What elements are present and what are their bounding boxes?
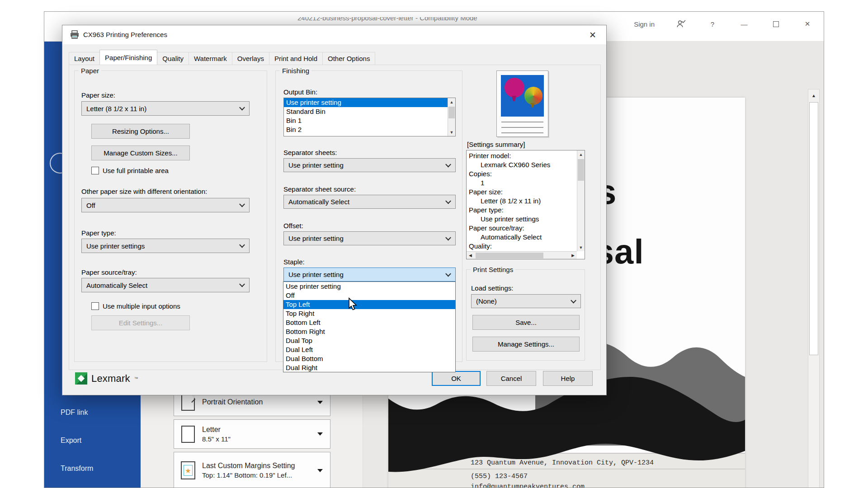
listbox-scrollbar[interactable]: ▲ ▼ xyxy=(448,98,455,136)
full-printable-area-checkbox[interactable]: Use full printable area xyxy=(91,167,169,174)
summary-vscrollbar[interactable]: ▲ ▼ xyxy=(577,150,585,251)
chevron-down-icon xyxy=(239,105,245,111)
mouse-cursor-icon xyxy=(347,297,360,312)
chevron-down-icon xyxy=(445,161,451,167)
staple-option[interactable]: Dual Top xyxy=(283,336,455,345)
close-window-button[interactable]: ✕ xyxy=(802,18,813,30)
ok-button[interactable]: OK xyxy=(432,371,481,386)
account-person-icon[interactable] xyxy=(675,18,686,30)
minimize-button[interactable]: — xyxy=(739,18,750,30)
document-scrollbar[interactable]: ▲ xyxy=(808,89,820,488)
help-button[interactable]: ? xyxy=(707,18,718,30)
summary-line: Paper source/tray: xyxy=(467,224,577,233)
edit-settings-button: Edit Settings... xyxy=(91,315,190,330)
output-bin-label: Output Bin: xyxy=(283,88,317,96)
other-size-value: Off xyxy=(86,202,95,209)
margins-icon: ★ xyxy=(174,461,202,479)
summary-line: Paper size: xyxy=(467,188,577,197)
tab-layout[interactable]: Layout xyxy=(69,52,100,65)
sidebar-item-export[interactable]: Export xyxy=(61,436,81,445)
separator-source-label: Separator sheet source: xyxy=(283,185,356,193)
scrollbar-thumb[interactable] xyxy=(476,253,543,258)
tab-watermark[interactable]: Watermark xyxy=(189,52,232,65)
scroll-down-icon[interactable]: ▼ xyxy=(577,244,585,251)
output-bin-option-selected[interactable]: Use printer setting xyxy=(284,98,455,107)
other-size-combo[interactable]: Off xyxy=(81,198,250,212)
summary-line: Paper type: xyxy=(467,206,577,215)
staple-option[interactable]: Bottom Right xyxy=(283,327,455,336)
offset-value: Use printer setting xyxy=(288,235,344,242)
scroll-down-icon[interactable]: ▼ xyxy=(448,128,455,136)
separator-sheets-value: Use printer setting xyxy=(288,161,344,169)
settings-summary-listbox[interactable]: Printer model: Lexmark CX960 Series Copi… xyxy=(466,150,585,259)
paper-type-combo[interactable]: Use printer settings xyxy=(81,239,250,253)
staple-combo[interactable]: Use printer setting xyxy=(283,267,456,282)
summary-line: Letter (8 1/2 x 11 in) xyxy=(467,197,577,206)
sidebar-item-pdf-link[interactable]: PDF link xyxy=(61,408,88,417)
print-settings-group: Print Settings Load settings: (None) Sav… xyxy=(466,269,585,361)
tab-paper-finishing[interactable]: Paper/Finishing xyxy=(99,50,157,65)
output-bin-listbox[interactable]: Use printer setting Standard Bin Bin 1 B… xyxy=(283,98,456,136)
dropdown-caret-icon xyxy=(317,401,323,404)
output-bin-option[interactable]: Bin 2 xyxy=(284,125,455,134)
scroll-up-icon[interactable]: ▲ xyxy=(808,89,819,101)
paper-size-dropdown[interactable]: Letter 8.5" x 11" xyxy=(174,419,330,449)
chevron-down-icon xyxy=(445,198,451,204)
paper-size-subtitle: 8.5" x 11" xyxy=(202,435,317,443)
cancel-button[interactable]: Cancel xyxy=(486,371,536,386)
offset-combo[interactable]: Use printer setting xyxy=(283,231,456,245)
chevron-down-icon xyxy=(239,202,245,207)
multiple-input-checkbox[interactable]: Use multiple input options xyxy=(91,302,180,310)
separator-sheets-combo[interactable]: Use printer setting xyxy=(283,158,456,172)
resizing-options-button[interactable]: Resizing Options... xyxy=(91,124,190,139)
tab-print-and-hold[interactable]: Print and Hold xyxy=(269,52,323,65)
summary-hscrollbar[interactable]: ◄ ► xyxy=(467,251,577,259)
dialog-close-icon[interactable]: ✕ xyxy=(586,29,599,41)
help-button[interactable]: Help xyxy=(543,371,593,386)
scroll-right-icon[interactable]: ► xyxy=(569,253,577,258)
checkbox-icon xyxy=(91,167,99,174)
staple-option[interactable]: Off xyxy=(283,291,455,300)
margins-dropdown[interactable]: ★ Last Custom Margins Setting Top: 1.14"… xyxy=(174,452,330,488)
paper-group-label: Paper xyxy=(79,67,101,75)
summary-line: Lexmark CX960 Series xyxy=(467,160,577,169)
scroll-left-icon[interactable]: ◄ xyxy=(467,253,474,258)
staple-option[interactable]: Dual Left xyxy=(283,345,455,354)
staple-option[interactable]: Use printer setting xyxy=(283,282,455,291)
tab-other-options[interactable]: Other Options xyxy=(322,52,375,65)
separator-source-combo[interactable]: Automatically Select xyxy=(283,195,456,209)
dialog-titlebar: CX963 Printing Preferences ✕ xyxy=(62,25,606,44)
staple-option[interactable]: Bottom Left xyxy=(283,318,455,327)
tab-overlays[interactable]: Overlays xyxy=(232,52,269,65)
paper-size-combo[interactable]: Letter (8 1/2 x 11 in) xyxy=(81,101,250,116)
sidebar-item-transform[interactable]: Transform xyxy=(61,465,93,473)
manage-settings-button[interactable]: Manage Settings... xyxy=(472,337,580,352)
staple-option[interactable]: Dual Right xyxy=(283,363,455,372)
scrollbar-thumb[interactable] xyxy=(809,102,818,355)
multiple-input-label: Use multiple input options xyxy=(103,302,180,310)
pink-balloon-graphic xyxy=(505,78,524,98)
dropdown-caret-icon xyxy=(317,469,323,472)
dialog-title: CX963 Printing Preferences xyxy=(83,31,167,38)
staple-option-highlighted[interactable]: Top Left xyxy=(283,300,455,309)
load-settings-combo[interactable]: (None) xyxy=(471,294,581,308)
maximize-button[interactable] xyxy=(770,18,781,30)
staple-option[interactable]: Top Right xyxy=(283,309,455,318)
scroll-up-icon[interactable]: ▲ xyxy=(577,150,585,158)
scrollbar-thumb[interactable] xyxy=(578,159,584,181)
output-bin-option[interactable]: Standard Bin xyxy=(284,107,455,116)
paper-source-combo[interactable]: Automatically Select xyxy=(81,278,250,292)
printer-icon xyxy=(70,30,80,39)
scrollbar-thumb[interactable] xyxy=(448,107,455,118)
window-controls: Sign in ? — ✕ xyxy=(634,18,813,30)
staple-option[interactable]: Dual Bottom xyxy=(283,354,455,363)
sign-in-button[interactable]: Sign in xyxy=(634,18,655,30)
offset-label: Offset: xyxy=(283,222,303,230)
save-settings-button[interactable]: Save... xyxy=(472,315,580,330)
lexmark-logo: Lexmark ™ xyxy=(75,372,138,385)
portrait-page-icon xyxy=(174,394,202,411)
output-bin-option[interactable]: Bin 1 xyxy=(284,116,455,125)
manage-custom-sizes-button[interactable]: Manage Custom Sizes... xyxy=(91,145,190,160)
scroll-up-icon[interactable]: ▲ xyxy=(448,98,455,106)
tab-quality[interactable]: Quality xyxy=(157,52,189,65)
